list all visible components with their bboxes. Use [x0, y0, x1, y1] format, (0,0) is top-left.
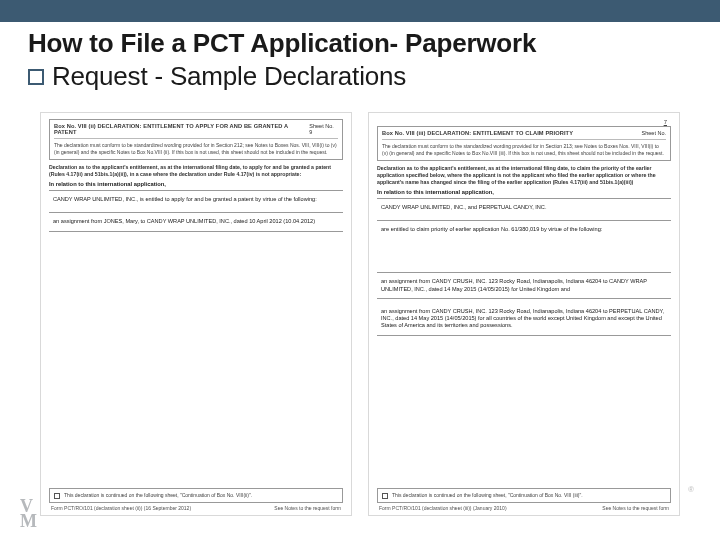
doc-header-row: Box No. VIII (iii) DECLARATION: ENTITLEM…	[382, 130, 666, 140]
doc-entity-box: CANDY WRAP UNLIMITED, INC., and PERPETUA…	[377, 198, 671, 216]
checkbox-icon	[54, 493, 60, 499]
doc-assignment-box-1: an assignment from CANDY CRUSH, INC. 123…	[377, 272, 671, 299]
doc-assignment-box: an assignment from JONES, Mary, to CANDY…	[49, 212, 343, 231]
doc-page-indicator: 7	[377, 119, 671, 125]
doc-blank-area	[49, 236, 343, 489]
doc-sheet-number: Sheet No.	[642, 130, 666, 136]
checkbox-icon	[382, 493, 388, 499]
doc-instruction-2: Declaration as to the applicant's entitl…	[49, 164, 343, 178]
doc-entity-line: CANDY WRAP UNLIMITED, INC., is entitled …	[53, 196, 339, 203]
doc-instruction-1: The declaration must conform to the stan…	[382, 143, 666, 157]
registered-mark-icon: ®	[688, 485, 694, 494]
doc-continuation-footer: This declaration is continued on the fol…	[49, 488, 343, 503]
sample-declaration-left: Box No. VIII (ii) DECLARATION: ENTITLEME…	[40, 112, 352, 516]
doc-continuation-footer: This declaration is continued on the fol…	[377, 488, 671, 503]
doc-form-id: Form PCT/RO/101 (declaration sheet (iii)…	[379, 505, 507, 511]
doc-box-number: Box No. VIII (ii) DECLARATION: ENTITLEME…	[54, 123, 309, 135]
doc-claim-box: are entitled to claim priority of earlie…	[377, 220, 671, 238]
documents-area: Box No. VIII (ii) DECLARATION: ENTITLEME…	[40, 112, 680, 516]
doc-header-box: Box No. VIII (ii) DECLARATION: ENTITLEME…	[49, 119, 343, 160]
doc-entity-line: CANDY WRAP UNLIMITED, INC., and PERPETUA…	[381, 204, 667, 211]
doc-assignment-text-1: an assignment from CANDY CRUSH, INC. 123…	[381, 278, 667, 293]
watermark-logo: V M	[20, 499, 36, 528]
slide-title-line2: Request - Sample Declarations	[28, 61, 696, 92]
watermark-line2: M	[20, 514, 36, 528]
doc-gap	[377, 243, 671, 273]
slide-subtitle-text: Request - Sample Declarations	[52, 61, 406, 92]
slide-title-line1: How to File a PCT Application- Paperwork	[28, 28, 696, 59]
doc-bottom-line: Form PCT/RO/101 (declaration sheet (iii)…	[377, 503, 671, 515]
doc-header-row: Box No. VIII (ii) DECLARATION: ENTITLEME…	[54, 123, 338, 139]
title-block: How to File a PCT Application- Paperwork…	[0, 22, 720, 92]
slide-top-bar	[0, 0, 720, 22]
doc-assignment-text: an assignment from JONES, Mary, to CANDY…	[53, 218, 339, 225]
doc-instruction-2: Declaration as to the applicant's entitl…	[377, 165, 671, 186]
doc-continuation-text: This declaration is continued on the fol…	[64, 492, 252, 499]
doc-claim-line: are entitled to claim priority of earlie…	[381, 226, 667, 233]
square-bullet-icon	[28, 69, 44, 85]
doc-assignment-text-2: an assignment from CANDY CRUSH, INC. 123…	[381, 308, 667, 330]
doc-continuation-text: This declaration is continued on the fol…	[392, 492, 583, 499]
doc-entity-box: CANDY WRAP UNLIMITED, INC., is entitled …	[49, 190, 343, 208]
doc-relation-line: In relation to this international applic…	[377, 189, 671, 197]
doc-form-note: See Notes to the request form	[602, 505, 669, 511]
doc-form-id: Form PCT/RO/101 (declaration sheet (ii))…	[51, 505, 191, 511]
doc-bottom-line: Form PCT/RO/101 (declaration sheet (ii))…	[49, 503, 343, 515]
doc-box-number: Box No. VIII (iii) DECLARATION: ENTITLEM…	[382, 130, 573, 136]
doc-instruction-1: The declaration must conform to be stand…	[54, 142, 338, 156]
doc-relation-line: In relation to this international applic…	[49, 181, 343, 189]
doc-header-box: Box No. VIII (iii) DECLARATION: ENTITLEM…	[377, 126, 671, 161]
doc-sheet-number: Sheet No. 9	[309, 123, 338, 135]
doc-blank-area	[377, 340, 671, 489]
doc-assignment-box-2: an assignment from CANDY CRUSH, INC. 123…	[377, 303, 671, 336]
doc-form-note: See Notes to the request form	[274, 505, 341, 511]
sample-declaration-right: 7 Box No. VIII (iii) DECLARATION: ENTITL…	[368, 112, 680, 516]
slide: How to File a PCT Application- Paperwork…	[0, 0, 720, 540]
